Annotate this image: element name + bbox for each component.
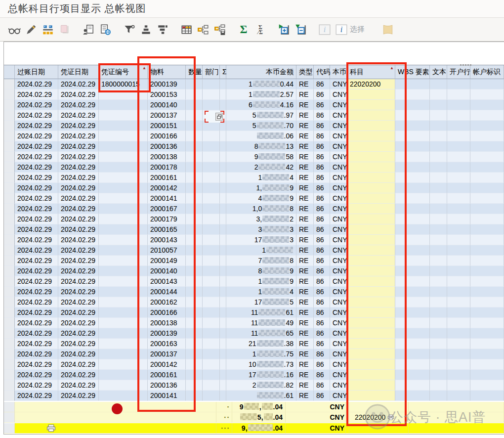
row-select-cell[interactable] [4,266,15,276]
row-select-cell[interactable] [4,79,15,89]
collapse-all-button[interactable] [293,21,309,39]
table-row[interactable]: 2024.02.29 2024.02.29 2010057 1 RE 86 CN… [4,245,504,256]
column-header[interactable]: 凭证编号 ▲ [99,65,148,79]
table-row[interactable]: 2024.02.29 2024.02.29 2000140 89 RE 86 C… [4,266,504,276]
row-select-cell[interactable] [4,214,15,224]
table-row[interactable]: 2024.02.29 2024.02.29 2000167 1,08 RE 86… [4,204,504,214]
info-disabled-button[interactable]: i [316,21,333,39]
document-overview-button[interactable] [97,21,114,39]
table-row[interactable]: 2024.02.29 2024.02.29 2000161 14 RE 86 C… [4,173,504,183]
row-select-cell[interactable] [4,339,15,349]
row-select-cell[interactable] [4,204,15,214]
row-select-cell[interactable] [4,318,15,328]
table-row[interactable]: 2024.02.29 2024.02.29 2000163 21.38 RE 8… [4,339,504,349]
note-button[interactable] [379,21,396,39]
table-row[interactable]: 2024.02.29 2024.02.29 2000142 10.73 RE 8… [4,359,504,370]
edit-button[interactable] [23,21,40,39]
table-row[interactable]: 2024.02.29 2024.02.29 2000166 .06 RE 86 … [4,131,504,141]
column-header[interactable]: Σ ▲ [220,65,226,79]
sort-descending-button[interactable] [154,21,171,39]
grid-layout-button[interactable] [178,21,195,39]
subtotal-row[interactable]: ▪ 9,.04 CNY [4,402,504,412]
change-layout-button[interactable] [40,21,56,39]
table-row[interactable]: 2024.02.29 2024.02.29 2000140 64.16 RE 8… [4,100,504,110]
column-header[interactable]: 文本 ▲ [430,65,447,79]
row-select-cell[interactable] [4,110,15,121]
table-row[interactable]: 2024.02.29 2024.02.29 2000137 5.97 RE 86… [4,110,504,121]
table-row[interactable]: 2024.02.29 2024.02.29 2000179 3,2 RE 86 … [4,214,504,224]
table-row[interactable]: 2024.02.29 2024.02.29 2000178 242 RE 86 … [4,162,504,173]
table-row[interactable]: 2024.02.29 2024.02.29 2000166 1161 RE 86… [4,307,504,318]
table-row[interactable]: 2024.02.29 2024.02.29 2000151 5.70 RE 86… [4,121,504,131]
select-button[interactable]: i 选择 [333,21,367,39]
row-select-cell[interactable] [4,193,15,204]
table-row[interactable]: 2024.02.29 2024.02.29 2000143 173 RE 86 … [4,235,504,245]
table-row[interactable]: 2024.02.29 2024.02.29 2000136 813 RE 86 … [4,141,504,152]
row-select-cell[interactable] [4,121,15,131]
subtotal-row[interactable]: ▪▪ 5,.04 CNY 22020200 [4,412,504,423]
row-select-cell[interactable] [4,162,15,173]
table-row[interactable]: 2024.02.29 2024.02.29 2000142 1,9 RE 86 … [4,183,504,193]
row-select-cell[interactable] [4,100,15,110]
column-header[interactable]: 开户行 ▲ [447,65,470,79]
column-header[interactable]: 凭证日期 ▲ [58,65,99,79]
column-header[interactable]: WBS 要素 ▲ [395,65,430,79]
row-select-cell[interactable] [4,89,15,100]
column-header[interactable]: 部门 ▲ [203,65,220,79]
subtotal-button[interactable]: Σ⁄Σ [252,21,269,39]
table-row[interactable]: 2024.02.29 2024.02.29 2000141 49 RE 86 C… [4,193,504,204]
row-select-cell[interactable] [4,402,15,412]
row-select-cell[interactable] [4,245,15,256]
table-row[interactable]: 2024.02.29 2024.02.29 2000165 33 RE 86 C… [4,224,504,235]
subtotal-row[interactable]: ▪▪▪ 9,.04 CNY [4,423,504,434]
table-row[interactable]: 2024.02.29 2024.02.29 2000143 19 RE 86 C… [4,276,504,287]
display-doc-header-button[interactable] [80,21,97,39]
display-button[interactable] [6,21,23,39]
table-row[interactable]: 2024.02.29 2024.02.29 2000162 175 RE 86 … [4,297,504,307]
column-header[interactable]: 代码 ▲ [314,65,330,79]
row-select-cell[interactable] [4,380,15,391]
row-select-cell[interactable] [4,173,15,183]
table-row[interactable]: 2024.02.29 2024.02.29 2000136 2.82 RE 86… [4,380,504,391]
sort-ascending-button[interactable] [137,21,154,39]
export-hierarchy-button[interactable] [195,21,211,39]
row-select-cell[interactable] [4,297,15,307]
column-header[interactable]: 过账日期 ▲ [15,65,58,79]
table-row[interactable]: 2024.02.29 2024.02.29 2000153 12.57 RE 8… [4,89,504,100]
export-save-button[interactable] [211,21,228,39]
row-select-cell[interactable] [4,287,15,297]
row-select-cell[interactable] [4,423,15,434]
row-select-cell[interactable] [4,276,15,287]
disabled-note-button[interactable] [56,21,73,39]
table-row[interactable]: 2024.02.29 2024.02.29 1800000015 2000139… [4,79,504,89]
row-select-cell[interactable] [4,370,15,380]
table-row[interactable]: 2024.02.29 2024.02.29 2000139 1165 RE 86… [4,328,504,339]
table-row[interactable]: 2024.02.29 2024.02.29 2000138 958 RE 86 … [4,152,504,162]
row-select-cell[interactable] [4,307,15,318]
column-header[interactable]: 本币 ▲ [330,65,347,79]
column-header[interactable]: 帐户标识 ▲ [470,65,504,79]
row-select-cell[interactable] [4,183,15,193]
total-button[interactable]: Σ [235,21,252,39]
column-header[interactable]: 数量 ▲ [186,65,203,79]
row-select-cell[interactable] [4,349,15,359]
row-select-cell[interactable] [4,224,15,235]
row-select-cell[interactable] [4,391,15,401]
table-row[interactable]: 2024.02.29 2024.02.29 2000149 78 RE 86 C… [4,256,504,266]
table-row[interactable]: 2024.02.29 2024.02.29 2000138 1149 RE 86… [4,318,504,328]
table-row[interactable]: 2024.02.29 2024.02.29 2000141 .61 RE 86 … [4,391,504,401]
column-header[interactable]: ▲ [4,65,15,79]
filter-button[interactable] [121,21,137,39]
row-select-cell[interactable] [4,152,15,162]
row-select-cell[interactable] [4,256,15,266]
row-select-cell[interactable] [4,412,15,423]
row-select-cell[interactable] [4,235,15,245]
column-header[interactable]: 物料 ▲ [148,65,186,79]
row-select-cell[interactable] [4,141,15,152]
column-header[interactable]: 类型 ▲ [296,65,314,79]
expand-all-button[interactable] [276,21,293,39]
column-header[interactable]: 科目 ▲ [347,65,395,79]
row-select-cell[interactable] [4,328,15,339]
row-select-cell[interactable] [4,131,15,141]
column-header[interactable]: 本币金额 ▲ [226,65,296,79]
